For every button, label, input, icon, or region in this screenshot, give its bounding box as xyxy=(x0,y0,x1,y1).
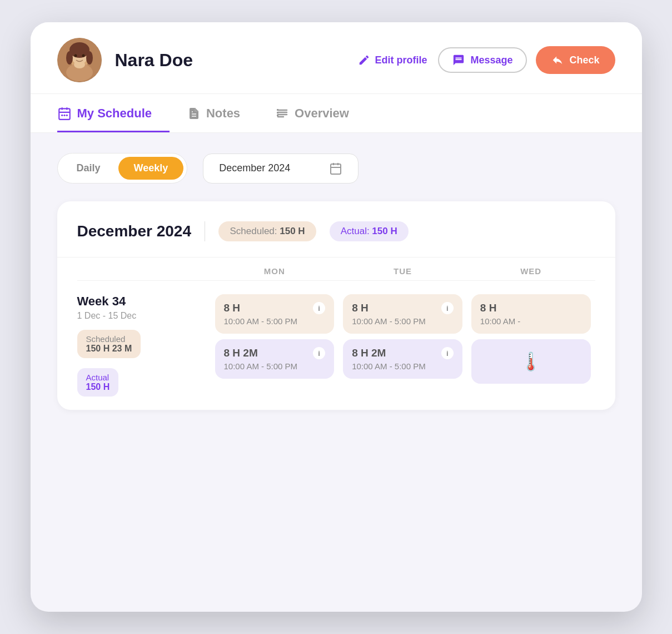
shift-mon-actual[interactable]: 8 H 2M i 10:00 AM - 5:00 PM xyxy=(215,339,335,379)
message-label: Message xyxy=(470,55,512,66)
svg-point-6 xyxy=(66,51,73,65)
shift-hours-value: 8 H xyxy=(224,302,241,314)
svg-rect-25 xyxy=(277,115,278,116)
scheduled-value: 150 H xyxy=(280,226,305,236)
day-cell-tue: 8 H i 10:00 AM - 5:00 PM 8 H 2M i 10:00 … xyxy=(339,294,467,379)
shift-hours-value: 8 H 2M xyxy=(224,347,258,359)
view-controls: Daily Weekly December 2024 xyxy=(57,153,615,184)
svg-rect-23 xyxy=(277,109,278,111)
day-header-tue: TUE xyxy=(339,266,467,276)
calendar-icon xyxy=(329,162,342,175)
svg-point-7 xyxy=(86,51,93,65)
schedule-card: December 2024 Scheduled: 150 H Actual: 1… xyxy=(57,201,615,410)
svg-point-9 xyxy=(82,55,84,57)
tab-notes[interactable]: Notes xyxy=(187,94,258,132)
badge-scheduled: Scheduled: 150 H xyxy=(218,221,316,241)
edit-profile-button[interactable]: Edit profile xyxy=(356,54,429,66)
shift-tue-sched-hours: 8 H i xyxy=(352,302,454,314)
shift-mon-actual-time: 10:00 AM - 5:00 PM xyxy=(224,361,326,371)
actual-prefix: Actual: xyxy=(341,226,372,236)
info-icon[interactable]: i xyxy=(313,302,325,314)
shift-wed-scheduled[interactable]: 8 H 10:00 AM - xyxy=(471,294,591,334)
shift-mon-sched-hours: 8 H i xyxy=(224,302,326,314)
svg-rect-24 xyxy=(277,112,278,113)
avatar xyxy=(57,38,102,82)
checkin-button[interactable]: Check xyxy=(536,46,615,74)
edit-icon xyxy=(358,54,370,66)
thermometer-icon: 🌡️ xyxy=(520,351,542,372)
shift-tue-actual[interactable]: 8 H 2M i 10:00 AM - 5:00 PM xyxy=(343,339,462,379)
checkin-label: Check xyxy=(569,55,599,66)
week-badge-actual: Actual 150 H xyxy=(77,368,119,397)
badge-actual: Actual: 150 H xyxy=(330,221,409,241)
week-dates: 1 Dec - 15 Dec xyxy=(77,311,200,321)
shift-wed-sched-hours: 8 H xyxy=(480,302,582,314)
svg-point-8 xyxy=(74,55,77,57)
date-picker-label: December 2024 xyxy=(219,162,290,174)
content-area: Daily Weekly December 2024 December 2024… xyxy=(31,133,642,430)
shift-tue-sched-time: 10:00 AM - 5:00 PM xyxy=(352,316,454,326)
header-actions: Edit profile Message Check xyxy=(356,46,615,74)
header: Nara Doe Edit profile Message Check xyxy=(31,22,642,94)
overview-icon xyxy=(276,107,289,120)
week-label: Week 34 1 Dec - 15 Dec Scheduled 150 H 2… xyxy=(77,294,211,397)
schedule-icon xyxy=(57,106,72,121)
tab-schedule-label: My Schedule xyxy=(77,106,152,121)
shift-hours-value: 8 H xyxy=(480,302,497,314)
shift-mon-actual-hours: 8 H 2M i xyxy=(224,347,326,359)
schedule-card-header: December 2024 Scheduled: 150 H Actual: 1… xyxy=(77,221,595,241)
weekly-toggle-button[interactable]: Weekly xyxy=(118,157,184,180)
week-actual-label: Actual xyxy=(86,373,109,382)
shift-mon-sched-time: 10:00 AM - 5:00 PM xyxy=(224,316,326,326)
shift-tue-actual-hours: 8 H 2M i xyxy=(352,347,454,359)
svg-rect-26 xyxy=(331,164,341,174)
info-icon[interactable]: i xyxy=(441,347,454,359)
daily-toggle-button[interactable]: Daily xyxy=(61,157,116,180)
app-container: Nara Doe Edit profile Message Check My S… xyxy=(31,22,642,612)
edit-profile-label: Edit profile xyxy=(375,55,427,66)
notes-icon xyxy=(187,107,201,120)
svg-point-16 xyxy=(66,115,67,116)
tab-schedule[interactable]: My Schedule xyxy=(57,94,170,132)
shift-hours-value: 8 H 2M xyxy=(352,347,386,359)
actual-value: 150 H xyxy=(372,226,397,236)
schedule-month: December 2024 xyxy=(77,222,191,240)
header-divider xyxy=(205,221,206,241)
nav-tabs: My Schedule Notes Overview xyxy=(31,94,642,133)
scheduled-prefix: Scheduled: xyxy=(230,226,280,236)
message-icon xyxy=(452,54,465,66)
week-scheduled-value: 150 H 23 M xyxy=(86,344,132,354)
date-picker-button[interactable]: December 2024 xyxy=(203,153,359,184)
day-header-wed: WED xyxy=(467,266,595,276)
tab-overview-label: Overview xyxy=(295,106,349,121)
week-actual-value: 150 H xyxy=(86,382,110,392)
shift-mon-scheduled[interactable]: 8 H i 10:00 AM - 5:00 PM xyxy=(215,294,335,334)
message-button[interactable]: Message xyxy=(438,47,527,73)
week-row: Week 34 1 Dec - 15 Dec Scheduled 150 H 2… xyxy=(77,281,595,410)
calendar-grid: MON TUE WED Week 34 1 Dec - 15 Dec Sched… xyxy=(57,257,615,410)
shift-hours-value: 8 H xyxy=(352,302,369,314)
day-cell-mon: 8 H i 10:00 AM - 5:00 PM 8 H 2M i 10:00 … xyxy=(211,294,339,379)
checkin-icon xyxy=(551,54,564,66)
week-badge-scheduled: Scheduled 150 H 23 M xyxy=(77,330,141,358)
day-header-empty xyxy=(77,266,211,276)
info-icon[interactable]: i xyxy=(313,347,325,359)
svg-point-14 xyxy=(61,115,63,116)
shift-wed-actual[interactable]: 🌡️ xyxy=(471,339,591,384)
svg-point-15 xyxy=(63,115,65,116)
day-headers: MON TUE WED xyxy=(77,257,595,281)
user-name: Nara Doe xyxy=(115,50,193,71)
shift-wed-sched-time: 10:00 AM - xyxy=(480,316,582,326)
week-name: Week 34 xyxy=(77,294,200,309)
shift-tue-actual-time: 10:00 AM - 5:00 PM xyxy=(352,361,454,371)
view-toggle: Daily Weekly xyxy=(57,153,188,184)
info-icon[interactable]: i xyxy=(441,302,454,314)
day-header-mon: MON xyxy=(211,266,339,276)
tab-overview[interactable]: Overview xyxy=(276,94,367,132)
day-cell-wed: 8 H 10:00 AM - 🌡️ xyxy=(467,294,595,384)
week-scheduled-label: Scheduled xyxy=(86,334,126,344)
svg-rect-10 xyxy=(59,108,70,120)
shift-tue-scheduled[interactable]: 8 H i 10:00 AM - 5:00 PM xyxy=(343,294,462,334)
tab-notes-label: Notes xyxy=(206,106,240,121)
